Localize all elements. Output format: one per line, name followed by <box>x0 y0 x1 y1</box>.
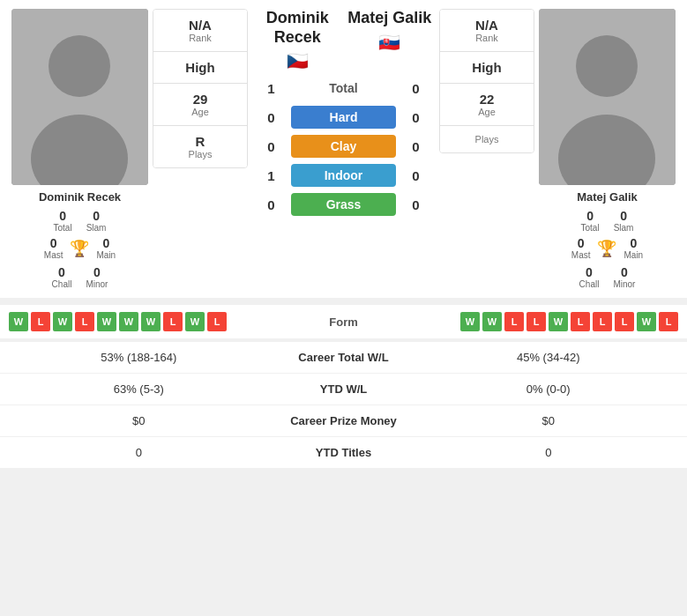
main-container: Dominik Recek 0 Total 0 Slam 0 Mast 🏆 <box>0 0 687 468</box>
stat-left-value: $0 <box>13 414 265 427</box>
left-total: 0 Total <box>54 209 72 233</box>
left-trophy-icon: 🏆 <box>70 239 89 258</box>
stat-left-value: 53% (188-164) <box>13 351 265 364</box>
form-badge-w: W <box>119 312 138 331</box>
right-chall: 0 Chall <box>579 265 600 289</box>
left-plays-cell: R Plays <box>153 126 247 167</box>
stat-label: Career Prize Money <box>265 414 423 427</box>
right-player-area: Matej Galik 0 Total 0 Slam 0 Mast 🏆 0 <box>534 9 680 289</box>
form-badge-w: W <box>9 312 28 331</box>
svg-point-4 <box>576 35 638 97</box>
left-panel-box: N/A Rank High 29 Age R Plays <box>153 9 248 168</box>
right-panel-box: N/A Rank High 22 Age Plays <box>439 9 534 153</box>
total-row: 1 Total 0 <box>251 77 436 100</box>
left-player-photo <box>11 9 148 185</box>
right-form-badges: WWLLWLLLWL <box>397 312 679 331</box>
right-total: 0 Total <box>581 209 600 233</box>
right-stats-row1: 0 Total 0 Slam <box>581 209 634 233</box>
stats-row: 0 YTD Titles 0 <box>0 437 687 468</box>
form-badge-l: L <box>593 312 612 331</box>
indoor-row: 1 Indoor 0 <box>251 164 436 187</box>
right-plays-cell: Plays <box>440 126 534 152</box>
left-high-cell: High <box>153 52 247 84</box>
form-badge-w: W <box>141 312 161 331</box>
form-badge-w: W <box>53 312 72 331</box>
right-main: 0 Main <box>624 236 643 260</box>
right-trophy-icon: 🏆 <box>597 239 616 258</box>
form-badge-l: L <box>571 312 590 331</box>
stat-left-value: 0 <box>13 446 265 459</box>
form-badge-w: W <box>482 312 502 331</box>
stats-row: 53% (188-164) Career Total W/L 45% (34-4… <box>0 342 687 374</box>
clay-row: 0 Clay 0 <box>251 135 436 158</box>
left-player-name: Dominik Recek <box>39 190 121 204</box>
form-badge-l: L <box>31 312 50 331</box>
left-chall: 0 Chall <box>52 265 72 289</box>
stat-label: Career Total W/L <box>265 351 423 364</box>
stats-row: $0 Career Prize Money $0 <box>0 405 687 437</box>
right-slam: 0 Slam <box>614 209 634 233</box>
stat-label: YTD Titles <box>265 446 423 459</box>
right-flag: 🇸🇰 <box>344 32 437 53</box>
form-label: Form <box>291 315 397 329</box>
form-badge-w: W <box>185 312 205 331</box>
stats-row: 63% (5-3) YTD W/L 0% (0-0) <box>0 374 687 405</box>
center-column: DominikRecek 🇨🇿 Matej Galik 🇸🇰 1 Total 0 <box>248 9 439 222</box>
form-badge-l: L <box>659 312 678 331</box>
stat-right-value: $0 <box>423 414 675 427</box>
svg-point-1 <box>49 35 110 97</box>
form-badge-l: L <box>163 312 183 331</box>
left-flag: 🇨🇿 <box>251 50 344 71</box>
left-slam: 0 Slam <box>86 209 107 233</box>
form-badge-l: L <box>615 312 634 331</box>
right-player-name: Matej Galik <box>577 190 638 204</box>
left-form-badges: WLWLWWWLWL <box>9 312 291 331</box>
right-mast: 0 Mast <box>571 236 591 260</box>
form-section: WLWLWWWLWL Form WWLLWLLLWL <box>0 298 687 338</box>
right-high-cell: High <box>440 52 534 84</box>
left-main: 0 Main <box>96 236 116 260</box>
right-header-name: Matej Galik <box>344 9 437 28</box>
form-badge-l: L <box>207 312 227 331</box>
form-badge-l: L <box>504 312 524 331</box>
left-stats-row1: 0 Total 0 Slam <box>54 209 107 233</box>
right-minor: 0 Minor <box>613 265 635 289</box>
right-age-cell: 22 Age <box>440 84 534 126</box>
top-section: Dominik Recek 0 Total 0 Slam 0 Mast 🏆 <box>0 0 687 298</box>
right-stats-row2: 0 Mast 🏆 0 Main <box>571 236 643 260</box>
right-rank-cell: N/A Rank <box>440 10 534 52</box>
stat-left-value: 63% (5-3) <box>13 382 265 396</box>
left-minor: 0 Minor <box>86 265 108 289</box>
stat-right-value: 0% (0-0) <box>423 382 675 396</box>
grass-row: 0 Grass 0 <box>251 193 436 216</box>
hard-row: 0 Hard 0 <box>251 106 436 129</box>
form-badge-w: W <box>97 312 116 331</box>
form-badge-w: W <box>460 312 480 331</box>
form-badge-l: L <box>75 312 94 331</box>
court-rows: 1 Total 0 0 Hard 0 0 Clay 0 1 <box>251 77 436 222</box>
stat-label: YTD W/L <box>265 382 423 396</box>
left-player-area: Dominik Recek 0 Total 0 Slam 0 Mast 🏆 <box>7 9 153 289</box>
left-age-cell: 29 Age <box>153 84 247 126</box>
form-badge-w: W <box>549 312 568 331</box>
left-mast: 0 Mast <box>44 236 63 260</box>
left-stats-row3: 0 Chall 0 Minor <box>52 265 108 289</box>
right-player-photo <box>539 9 676 185</box>
left-header-name: DominikRecek <box>251 9 344 47</box>
stat-right-value: 0 <box>423 446 675 459</box>
form-badge-w: W <box>637 312 656 331</box>
left-rank-cell: N/A Rank <box>153 10 247 52</box>
form-badge-l: L <box>526 312 546 331</box>
stats-table: 53% (188-164) Career Total W/L 45% (34-4… <box>0 338 687 468</box>
right-stats-row3: 0 Chall 0 Minor <box>579 265 636 289</box>
stat-right-value: 45% (34-42) <box>423 351 675 364</box>
left-stats-row2: 0 Mast 🏆 0 Main <box>44 236 116 260</box>
